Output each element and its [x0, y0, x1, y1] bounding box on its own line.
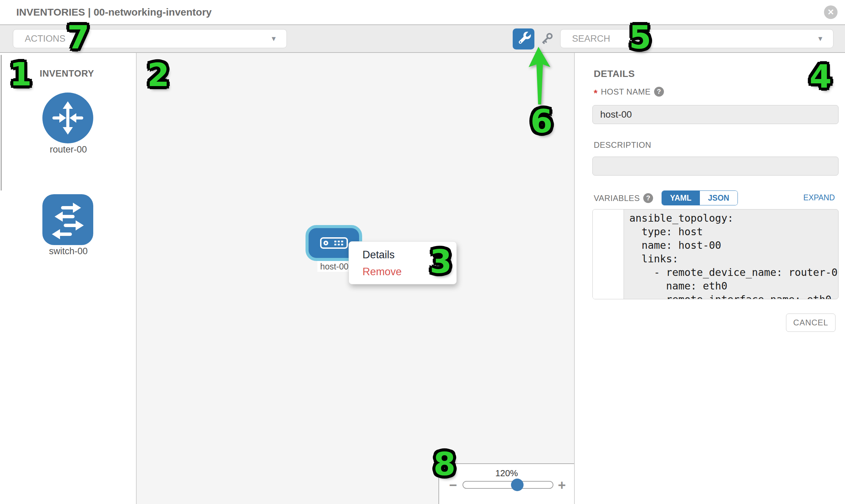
zoom-level-label: 120% [439, 468, 574, 479]
variables-code-editor[interactable]: 1 ansible_topology: 2 type: host 3 name:… [592, 209, 839, 299]
inventory-topology-page: INVENTORIES | 00-networking-inventory ✕ … [0, 0, 845, 504]
inventory-palette: INVENTORY router-00 [0, 53, 137, 504]
help-icon[interactable]: ? [654, 87, 664, 96]
page-title: INVENTORIES | 00-networking-inventory [16, 0, 212, 24]
host-name-input[interactable] [592, 105, 839, 124]
zoom-control-panel: 120% − + [438, 463, 574, 504]
key-button[interactable] [539, 31, 554, 47]
variables-label-row: VARIABLES ? [594, 193, 653, 203]
code-line: 1 ansible_topology: [593, 212, 838, 225]
host-icon [320, 237, 348, 249]
required-asterisk: * [594, 90, 597, 96]
context-menu-remove[interactable]: Remove [349, 263, 456, 280]
host-node-label: host-00 [317, 261, 351, 272]
line-text: type: host [624, 225, 703, 239]
line-text: name: eth0 [624, 279, 727, 293]
configure-tools-button[interactable] [513, 29, 534, 50]
expand-link[interactable]: EXPAND [803, 193, 835, 202]
details-panel: DETAILS * HOST NAME ? DESCRIPTION VARIAB… [574, 53, 845, 504]
zoom-slider-track[interactable] [462, 481, 553, 489]
cancel-button[interactable]: CANCEL [786, 313, 835, 332]
palette-item-router[interactable] [42, 92, 93, 143]
palette-accent-bar [1, 55, 2, 191]
line-text: ansible_topology: [624, 212, 734, 225]
code-line: 5 - remote_device_name: router-00 [593, 266, 838, 279]
code-gutter [593, 210, 624, 299]
zoom-out-button[interactable]: − [446, 478, 460, 493]
search-dropdown[interactable]: SEARCH ▼ [560, 29, 833, 48]
code-line: 6 name: eth0 [593, 279, 838, 293]
zoom-in-button[interactable]: + [555, 478, 569, 493]
code-line: 7 remote_interface_name: eth0 [593, 293, 838, 299]
close-icon[interactable]: ✕ [824, 5, 838, 19]
host-name-label-row: * HOST NAME ? [594, 87, 664, 96]
router-icon [42, 92, 93, 143]
topology-canvas[interactable]: host-00 Details Remove 120% − + [137, 53, 574, 504]
context-menu-details[interactable]: Details [349, 247, 456, 263]
yaml-toggle[interactable]: YAML [662, 191, 700, 205]
description-label-row: DESCRIPTION [594, 140, 651, 150]
palette-item-switch-label: switch-00 [0, 246, 137, 256]
toolbar: ACTIONS ▼ [0, 24, 845, 53]
wrench-icon [513, 29, 534, 50]
palette-item-switch[interactable] [42, 194, 93, 245]
key-icon [539, 31, 554, 47]
actions-dropdown[interactable]: ACTIONS ▼ [13, 29, 287, 48]
variables-label: VARIABLES [594, 194, 640, 203]
chevron-down-icon: ▼ [817, 30, 824, 48]
line-text: - remote_device_name: router-00 [624, 266, 839, 279]
actions-dropdown-label: ACTIONS [25, 30, 66, 48]
zoom-slider-handle[interactable] [511, 479, 524, 491]
inventory-palette-title: INVENTORY [40, 69, 94, 79]
help-icon[interactable]: ? [643, 193, 653, 203]
node-context-menu: Details Remove [349, 241, 457, 284]
line-text: name: host-00 [624, 239, 721, 252]
code-line: 3 name: host-00 [593, 239, 838, 252]
palette-item-router-label: router-00 [0, 144, 137, 155]
code-line: 4 links: [593, 252, 838, 266]
variables-format-toggle: YAML JSON [662, 191, 738, 205]
line-text: links: [624, 252, 679, 266]
host-name-label: HOST NAME [601, 87, 651, 96]
switch-icon [42, 194, 93, 245]
line-text: remote_interface_name: eth0 [624, 293, 831, 299]
details-panel-title: DETAILS [594, 69, 635, 79]
chevron-down-icon: ▼ [270, 30, 277, 48]
code-line: 2 type: host [593, 225, 838, 239]
title-bar: INVENTORIES | 00-networking-inventory ✕ [0, 0, 845, 24]
search-dropdown-label: SEARCH [572, 30, 610, 48]
description-label: DESCRIPTION [594, 140, 651, 150]
description-input[interactable] [592, 157, 839, 176]
json-toggle[interactable]: JSON [700, 191, 738, 205]
